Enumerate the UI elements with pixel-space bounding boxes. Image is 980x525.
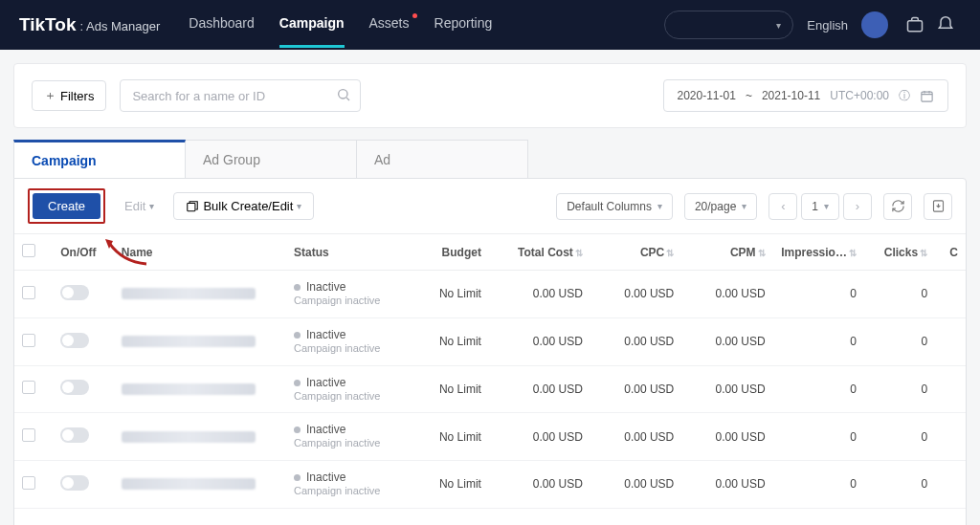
- create-highlight: Create: [28, 188, 105, 224]
- status-label: Inactive: [306, 470, 345, 485]
- export-button[interactable]: [924, 193, 952, 220]
- chevron-right-icon: ›: [856, 199, 859, 213]
- chevron-down-icon: ▾: [742, 201, 746, 211]
- sort-icon: ⇅: [575, 248, 583, 258]
- status-dot-icon: [294, 380, 301, 386]
- status-label: Inactive: [306, 376, 345, 390]
- col-checkbox: [14, 234, 53, 271]
- status-sub: Campaign inactive: [294, 295, 390, 308]
- toggle-switch[interactable]: [60, 475, 89, 491]
- nav-assets[interactable]: Assets: [369, 15, 410, 34]
- table-row[interactable]: InactiveCampaign inactiveNo Limit0.00 US…: [14, 271, 966, 318]
- toggle-switch[interactable]: [60, 285, 89, 300]
- svg-rect-0: [908, 21, 923, 32]
- chevron-down-icon: ▾: [297, 201, 301, 211]
- nav-campaign[interactable]: Campaign: [279, 15, 345, 34]
- nav-reporting[interactable]: Reporting: [434, 15, 493, 34]
- svg-rect-3: [188, 203, 195, 210]
- next-page-button[interactable]: ›: [843, 193, 872, 220]
- campaign-name[interactable]: [122, 288, 256, 299]
- pagesize-select[interactable]: 20/page ▾: [684, 193, 757, 220]
- cell-budget: No Limit: [398, 365, 489, 413]
- edit-button[interactable]: Edit ▾: [117, 193, 162, 219]
- status-sub: Campaign inactive: [294, 390, 390, 404]
- col-cpm[interactable]: CPM⇅: [681, 234, 772, 271]
- status-dot-icon: [294, 474, 301, 481]
- filters-button[interactable]: ＋ Filters: [32, 80, 106, 111]
- cell-budget: No Limit: [398, 413, 489, 461]
- status-dot-icon: [294, 427, 301, 433]
- col-cpc[interactable]: CPC⇅: [590, 234, 681, 271]
- cell-impressions: 0: [773, 271, 864, 318]
- col-name[interactable]: Name: [114, 234, 286, 271]
- page-select[interactable]: 1 ▾: [801, 193, 839, 220]
- row-checkbox[interactable]: [22, 381, 35, 394]
- prev-page-button[interactable]: ‹: [768, 193, 797, 220]
- select-all-checkbox[interactable]: [22, 244, 35, 257]
- row-checkbox[interactable]: [22, 286, 35, 299]
- language-select[interactable]: English: [807, 18, 848, 33]
- toggle-switch[interactable]: [60, 380, 89, 395]
- date-tz: UTC+00:00: [830, 89, 889, 102]
- pagesize-label: 20/page: [695, 200, 736, 213]
- col-onoff: On/Off: [53, 234, 114, 271]
- bulk-create-edit-button[interactable]: Bulk Create/Edit ▾: [173, 192, 314, 220]
- col-budget[interactable]: Budget: [398, 234, 489, 271]
- account-select[interactable]: ▾: [664, 11, 793, 39]
- campaign-name[interactable]: [122, 431, 256, 443]
- bell-icon[interactable]: [936, 15, 955, 34]
- tab-campaign[interactable]: Campaign: [13, 140, 186, 178]
- col-status: Status: [286, 234, 398, 271]
- notification-dot-icon: [412, 13, 417, 18]
- table-row[interactable]: InactiveCampaign inactiveNo Limit0.00 US…: [14, 365, 966, 413]
- tab-adgroup[interactable]: Ad Group: [185, 140, 357, 178]
- cell-impressions: 0: [773, 317, 864, 365]
- date-range-picker[interactable]: 2020-11-01 ~ 2021-10-11 UTC+00:00 ⓘ: [663, 79, 949, 112]
- cell-clicks: 0: [864, 271, 935, 318]
- search-icon: [336, 87, 351, 105]
- tab-ad[interactable]: Ad: [356, 140, 528, 178]
- refresh-icon: [891, 199, 905, 213]
- cell-total-cost: 0.00 USD: [489, 461, 590, 509]
- action-bar: Create Edit ▾ Bulk Create/Edit ▾ Default…: [14, 179, 966, 233]
- campaign-name[interactable]: [122, 383, 256, 395]
- status-sub: Campaign inactive: [294, 485, 390, 498]
- table-row[interactable]: InactiveCampaign inactiveNo Limit0.00 US…: [14, 461, 966, 509]
- info-icon: ⓘ: [899, 88, 910, 104]
- col-clicks[interactable]: Clicks⇅: [864, 234, 935, 271]
- col-impressions[interactable]: Impressio…⇅: [773, 234, 864, 271]
- date-sep: ~: [746, 89, 752, 102]
- status-dot-icon: [294, 332, 301, 339]
- avatar[interactable]: [861, 11, 888, 38]
- create-button[interactable]: Create: [33, 193, 100, 219]
- cell-cpm: 0.00 USD: [681, 365, 772, 413]
- search-input[interactable]: [120, 79, 361, 112]
- sort-icon: ⇅: [758, 248, 766, 258]
- table-row[interactable]: InactiveCampaign inactiveNo Limit0.00 US…: [14, 413, 966, 461]
- date-start: 2020-11-01: [678, 89, 736, 102]
- table-row[interactable]: InactiveCampaign inactiveNo Limit0.00 US…: [14, 317, 966, 365]
- nav-dashboard[interactable]: Dashboard: [189, 15, 255, 34]
- status-sub: Campaign inactive: [294, 437, 390, 450]
- refresh-button[interactable]: [883, 193, 912, 220]
- filter-card: ＋ Filters 2020-11-01 ~ 2021-10-11 UTC+00…: [13, 63, 967, 128]
- campaign-name[interactable]: [122, 478, 256, 490]
- row-checkbox[interactable]: [22, 334, 35, 347]
- svg-rect-2: [922, 92, 932, 101]
- status-cell: InactiveCampaign inactive: [294, 328, 390, 356]
- col-total-cost[interactable]: Total Cost⇅: [489, 234, 590, 271]
- cell-cpc: 0.00 USD: [590, 271, 681, 318]
- row-checkbox[interactable]: [22, 428, 35, 442]
- toolbar-top: ＋ Filters 2020-11-01 ~ 2021-10-11 UTC+00…: [14, 64, 966, 127]
- chevron-down-icon: ▾: [149, 201, 154, 211]
- row-checkbox[interactable]: [22, 476, 35, 490]
- status-sub: Campaign inactive: [294, 342, 390, 356]
- campaign-table: On/Off Name Status Budget Total Cost⇅ CP…: [14, 233, 966, 509]
- sort-icon: ⇅: [849, 248, 857, 258]
- briefcase-icon[interactable]: [905, 15, 924, 34]
- campaign-name[interactable]: [122, 336, 256, 347]
- main-content: ＋ Filters 2020-11-01 ~ 2021-10-11 UTC+00…: [0, 50, 980, 525]
- toggle-switch[interactable]: [60, 427, 89, 443]
- toggle-switch[interactable]: [60, 333, 89, 348]
- columns-select[interactable]: Default Columns ▾: [556, 193, 673, 220]
